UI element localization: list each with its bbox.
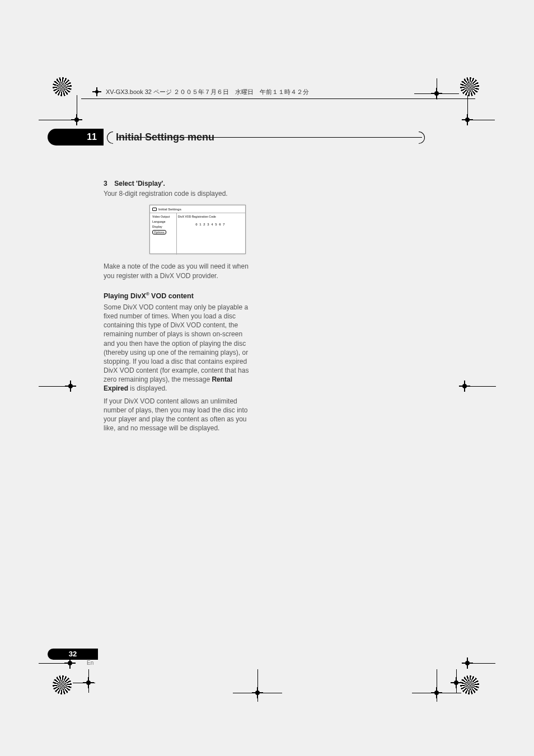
crosshair-icon <box>459 381 470 392</box>
running-header: XV-GX3.book 32 ページ ２００５年７月６日 水曜日 午前１１時４２… <box>92 87 309 96</box>
reg-line <box>73 683 95 683</box>
step-description: Your 8-digit registration code is displa… <box>104 189 255 198</box>
osd-side-item: Video Output <box>152 215 176 219</box>
note-paragraph: Make a note of the code as you will need… <box>104 262 255 280</box>
content-column: 3 Select 'Display'. Your 8-digit registr… <box>104 179 255 436</box>
reg-line <box>456 669 457 693</box>
osd-main: DivX VOD Registration Code 0 1 2 3 4 5 6… <box>176 213 245 255</box>
reg-line <box>472 120 495 120</box>
reg-line <box>39 120 71 120</box>
reg-line <box>469 386 496 387</box>
osd-side-item-selected: Options <box>152 230 166 235</box>
reg-mark-icon <box>53 77 72 96</box>
osd-divider <box>176 213 177 255</box>
reg-line <box>437 78 437 100</box>
page-number: 32 <box>48 649 98 660</box>
reg-line <box>412 693 461 693</box>
chapter-rule <box>118 137 422 138</box>
osd-main-label: DivX VOD Registration Code <box>178 215 243 219</box>
osd-side-item: Language <box>152 220 176 224</box>
running-header-text: XV-GX3.book 32 ページ ２００５年７月６日 水曜日 午前１１時４２… <box>106 88 309 96</box>
para-text: Some DivX VOD content may only be playab… <box>104 303 249 384</box>
reg-line <box>437 669 437 702</box>
reg-mark-icon <box>460 77 479 96</box>
osd-screenshot: Initial Settings Video Output Language D… <box>149 205 246 254</box>
crosshair-icon <box>71 114 82 125</box>
reg-mark-icon <box>460 675 479 694</box>
reg-mark-icon <box>53 675 72 694</box>
reg-line <box>39 663 65 664</box>
reg-line <box>472 663 495 664</box>
chapter-number: 11 <box>48 129 104 145</box>
crosshair-icon <box>65 381 76 392</box>
osd-reg-code: 0 1 2 3 4 5 6 7 <box>178 222 243 227</box>
reg-line <box>257 669 258 702</box>
reg-line <box>414 93 459 94</box>
osd-header: Initial Settings <box>150 205 245 213</box>
subsection-heading: Playing DivX® VOD content <box>104 292 255 301</box>
osd-body: Video Output Language Display Options Di… <box>150 213 245 255</box>
reg-line <box>233 693 282 693</box>
osd-sidebar: Video Output Language Display Options <box>150 213 176 255</box>
reg-line <box>88 669 89 693</box>
osd-header-label: Initial Settings <box>158 207 181 212</box>
body-paragraph: If your DivX VOD content allows an unlim… <box>104 397 255 433</box>
h3-pre: Playing DivX <box>104 292 146 300</box>
reg-line <box>39 386 65 387</box>
header-rule <box>81 98 475 99</box>
page-number-pill: 32 En <box>48 649 98 660</box>
h3-post: VOD content <box>149 292 194 300</box>
crosshair-icon <box>462 658 473 669</box>
para-text: is displayed. <box>128 384 167 392</box>
body-paragraph: Some DivX VOD content may only be playab… <box>104 303 255 393</box>
osd-side-item: Display <box>152 225 176 229</box>
osd-icon <box>152 208 157 211</box>
page-language: En <box>87 660 93 666</box>
step-heading: 3 Select 'Display'. <box>104 179 255 188</box>
step-number: 3 <box>104 179 113 188</box>
crosshair-icon <box>462 114 473 125</box>
step-label: Select 'Display'. <box>114 180 165 187</box>
reg-line <box>77 95 77 115</box>
crosshair-icon <box>92 87 101 96</box>
